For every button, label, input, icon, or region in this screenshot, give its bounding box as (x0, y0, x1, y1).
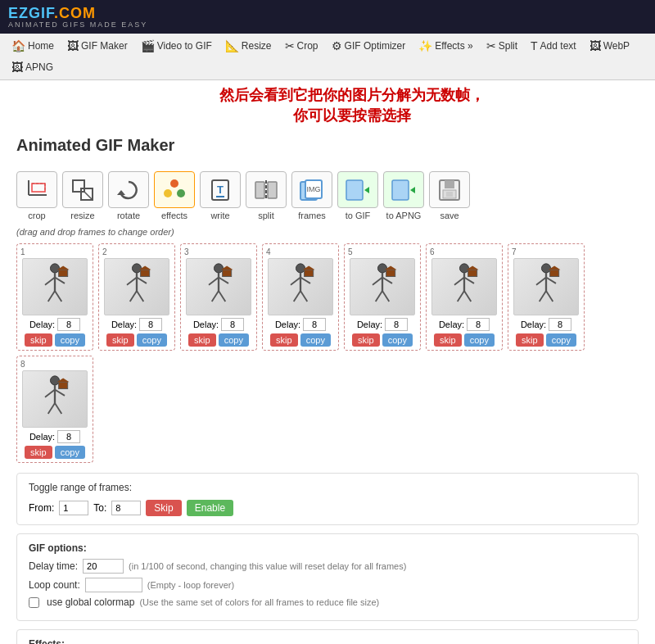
svg-rect-21 (346, 180, 363, 200)
frame-delay-input-8[interactable] (57, 430, 80, 443)
colormap-checkbox[interactable] (29, 597, 39, 608)
crop-tool-label: crop (28, 211, 45, 220)
nav-crop[interactable]: ✂Crop (280, 37, 323, 55)
frame-delay-input-3[interactable] (221, 318, 244, 331)
frame-delay-input-4[interactable] (303, 318, 326, 331)
svg-point-11 (177, 189, 185, 197)
frame-copy-btn-5[interactable]: copy (382, 333, 413, 347)
crop-tool-icon (16, 171, 57, 208)
frame-skip-btn-7[interactable]: skip (516, 333, 544, 347)
toggle-enable-button[interactable]: Enable (187, 500, 233, 516)
tool-frames[interactable]: IMG frames (291, 171, 332, 220)
svg-line-39 (127, 278, 137, 285)
svg-point-53 (296, 264, 305, 273)
from-input[interactable] (59, 501, 88, 515)
svg-line-40 (137, 278, 147, 283)
frame-copy-btn-2[interactable]: copy (137, 333, 167, 347)
svg-point-77 (541, 264, 550, 273)
frame-skip-btn-1[interactable]: skip (25, 333, 52, 347)
navbar: 🏠Home 🖼GIF Maker 🎬Video to GIF 📐Resize ✂… (0, 34, 655, 80)
delay-input[interactable] (83, 559, 124, 574)
colormap-label: use global colormap (47, 596, 134, 608)
frame-skip-btn-5[interactable]: skip (352, 333, 380, 347)
frame-skip-btn-6[interactable]: skip (434, 333, 462, 347)
nav-home[interactable]: 🏠Home (7, 37, 59, 55)
delay-label-8: Delay: (29, 432, 55, 442)
write-tool-icon: T (200, 171, 241, 208)
nav-webp[interactable]: 🖼WebP (585, 37, 635, 55)
loop-label: Loop count: (29, 579, 80, 591)
svg-line-56 (300, 278, 310, 283)
colormap-row: use global colormap (Use the same set of… (29, 596, 626, 608)
frame-thumb-7 (513, 258, 579, 315)
frame-delay-row-5: Delay: (357, 318, 408, 331)
frame-copy-btn-7[interactable]: copy (546, 333, 576, 347)
frame-copy-btn-3[interactable]: copy (219, 333, 249, 347)
tool-split[interactable]: split (246, 171, 287, 220)
frame-number-1: 1 (20, 247, 25, 256)
frame-number-8: 8 (20, 360, 25, 369)
nav-split[interactable]: ✂Split (481, 37, 522, 55)
loop-input[interactable] (85, 578, 142, 592)
nav-resize[interactable]: 📐Resize (220, 37, 277, 55)
nav-apng[interactable]: 🖼APNG (7, 58, 58, 76)
tool-resize[interactable]: resize (62, 171, 103, 220)
tool-rotate[interactable]: rotate (108, 171, 149, 220)
frame-number-5: 5 (348, 247, 353, 256)
frame-delay-row-6: Delay: (439, 318, 490, 331)
svg-line-82 (546, 291, 553, 302)
frame-copy-btn-8[interactable]: copy (55, 446, 85, 459)
resize-icon: 📐 (225, 39, 239, 52)
frame-delay-input-6[interactable] (467, 318, 490, 331)
frame-card-6: 6 Delay: skip copy (426, 243, 503, 351)
frame-delay-input-5[interactable] (385, 318, 408, 331)
frame-delay-input-1[interactable] (57, 318, 80, 331)
tool-effects[interactable]: effects (154, 171, 195, 220)
tool-to-apng[interactable]: to APNG (383, 171, 424, 220)
effects-title: Effects: (29, 638, 626, 644)
frame-skip-btn-8[interactable]: skip (25, 446, 52, 459)
nav-video-to-gif[interactable]: 🎬Video to GIF (136, 37, 217, 55)
tool-write[interactable]: T write (200, 171, 241, 220)
frame-copy-btn-4[interactable]: copy (300, 333, 331, 347)
frame-btns-1: skip copy (25, 333, 85, 347)
svg-line-33 (48, 291, 55, 302)
drag-note: (drag and drop frames to change order) (16, 227, 639, 237)
svg-line-55 (291, 278, 300, 285)
toggle-skip-button[interactable]: Skip (146, 500, 181, 516)
frame-copy-btn-6[interactable]: copy (464, 333, 495, 347)
svg-rect-67 (386, 270, 395, 277)
svg-line-90 (55, 403, 61, 414)
svg-point-61 (377, 264, 386, 273)
tool-save[interactable]: save (429, 171, 470, 220)
to-input[interactable] (111, 501, 141, 515)
svg-line-57 (294, 291, 300, 302)
frame-card-4: 4 Delay: skip copy (262, 243, 339, 351)
nav-optimizer[interactable]: ⚙GIF Optimizer (327, 37, 411, 55)
delay-label: Delay time: (29, 560, 78, 572)
nav-effects[interactable]: ✨Effects » (413, 37, 477, 55)
nav-gif-maker[interactable]: 🖼GIF Maker (62, 37, 133, 55)
nav-video-label: Video to GIF (157, 40, 212, 52)
page-title-text: Animated GIF Maker (16, 136, 174, 154)
split-tool-icon (246, 171, 287, 208)
nav-add-text[interactable]: TAdd text (526, 37, 581, 55)
frame-skip-btn-4[interactable]: skip (270, 333, 298, 347)
save-tool-label: save (440, 211, 458, 220)
svg-line-79 (536, 278, 546, 285)
tool-crop[interactable]: crop (16, 171, 57, 220)
frame-delay-input-2[interactable] (139, 318, 162, 331)
rotate-tool-icon (108, 171, 149, 208)
rotate-tool-label: rotate (117, 211, 140, 220)
frame-delay-input-7[interactable] (549, 318, 571, 331)
svg-line-89 (48, 403, 55, 414)
frame-copy-btn-1[interactable]: copy (55, 333, 85, 347)
tool-to-gif[interactable]: to GIF (337, 171, 378, 220)
svg-line-41 (130, 291, 137, 302)
frame-thumb-2 (104, 258, 169, 315)
annotation-top-line2: 你可以要按需选择 (293, 107, 411, 124)
frame-skip-btn-2[interactable]: skip (106, 333, 134, 347)
tools-row: crop resize rotate effects T (16, 171, 639, 220)
svg-line-87 (45, 390, 55, 397)
frame-skip-btn-3[interactable]: skip (188, 333, 216, 347)
